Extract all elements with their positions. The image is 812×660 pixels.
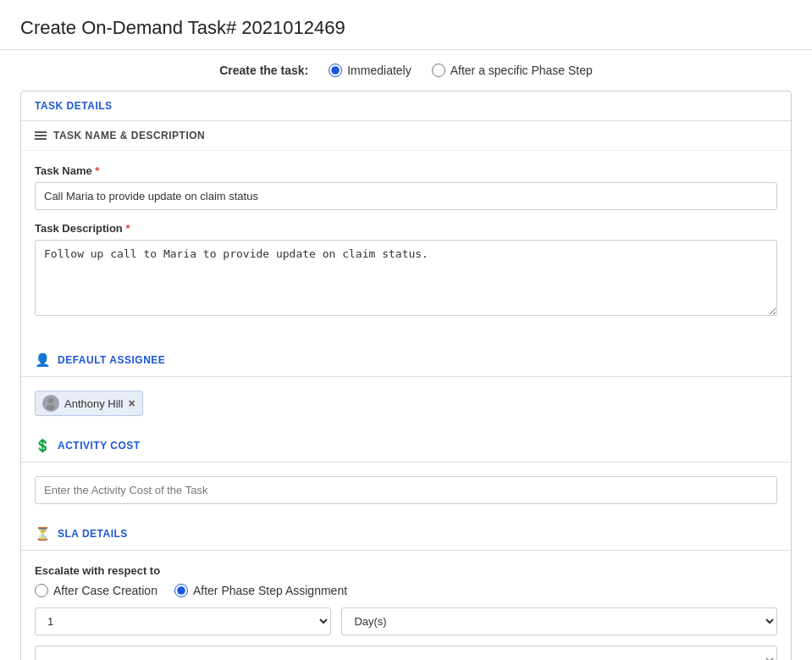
sla-details-title: SLA DETAILS	[58, 528, 128, 540]
form-card: TASK DETAILS TASK NAME & DESCRIPTION Tas…	[20, 91, 792, 660]
person-icon: 👤	[35, 352, 51, 368]
activity-cost-section-header: 💲 ACTIVITY COST	[21, 430, 791, 463]
task-desc-required: *	[123, 222, 130, 235]
task-description-label: Task Description *	[35, 222, 777, 235]
create-task-row: Create the task: Immediately After a spe…	[20, 50, 792, 91]
after-case-radio[interactable]	[35, 584, 48, 597]
escalate-radio-group: After Case Creation After Phase Step Ass…	[35, 584, 777, 597]
sla-number-select[interactable]: 1 2 3 5 10	[35, 607, 331, 635]
sla-unit-select[interactable]: Day(s) Hour(s) Minute(s)	[341, 607, 777, 635]
create-task-label: Create the task:	[219, 64, 308, 77]
chip-remove-button[interactable]: ×	[128, 397, 135, 409]
after-phase-step-label: After Phase Step Assignment	[193, 584, 347, 597]
task-name-desc-body: Task Name * Task Description *	[21, 151, 791, 344]
escalation-action-select[interactable]	[35, 646, 777, 660]
page-header: Create On-Demand Task# 2021012469	[0, 0, 812, 50]
after-phase-step-radio[interactable]	[174, 584, 188, 597]
after-phase-label: After a specific Phase Step	[450, 64, 593, 77]
sla-section-body: Escalate with respect to After Case Crea…	[21, 551, 791, 660]
default-assignee-title: DEFAULT ASSIGNEE	[58, 354, 165, 366]
immediately-label: Immediately	[347, 64, 411, 77]
activity-cost-body	[21, 463, 791, 518]
page-content: Create the task: Immediately After a spe…	[0, 50, 812, 660]
task-description-group: Task Description *	[35, 222, 777, 319]
hamburger-icon	[35, 131, 47, 140]
task-details-section-header: TASK DETAILS	[21, 92, 791, 121]
task-name-label: Task Name *	[35, 164, 777, 177]
money-icon: 💲	[35, 438, 51, 453]
escalate-label: Escalate with respect to	[35, 564, 777, 577]
default-assignee-section-header: 👤 DEFAULT ASSIGNEE	[21, 344, 791, 377]
task-name-input[interactable]	[35, 182, 777, 210]
task-description-input[interactable]	[35, 240, 777, 316]
page-container: Create On-Demand Task# 2021012469 Create…	[0, 0, 812, 660]
sla-duration-row: 1 2 3 5 10 Day(s) Hour(s) Minute(s)	[35, 607, 777, 635]
avatar	[42, 395, 59, 412]
clock-icon: ⏳	[35, 526, 51, 541]
immediately-radio[interactable]	[329, 64, 342, 77]
assignee-name: Anthony Hill	[64, 397, 123, 410]
task-name-required: *	[92, 164, 100, 177]
after-phase-radio[interactable]	[432, 64, 445, 77]
task-name-desc-title: TASK NAME & DESCRIPTION	[53, 130, 205, 141]
assignee-body: Anthony Hill ×	[21, 377, 791, 430]
task-name-desc-subsection-header: TASK NAME & DESCRIPTION	[21, 121, 791, 151]
assignee-chip: Anthony Hill ×	[35, 391, 143, 416]
after-phase-option[interactable]: After a specific Phase Step	[432, 64, 593, 77]
activity-cost-input[interactable]	[35, 476, 777, 504]
svg-point-1	[47, 405, 55, 410]
after-case-label: After Case Creation	[53, 584, 157, 597]
task-details-title: TASK DETAILS	[35, 100, 113, 112]
activity-cost-title: ACTIVITY COST	[58, 440, 141, 452]
page-title: Create On-Demand Task# 2021012469	[20, 17, 792, 39]
svg-point-0	[48, 398, 53, 403]
sla-details-section-header: ⏳ SLA DETAILS	[21, 518, 791, 551]
immediately-option[interactable]: Immediately	[329, 64, 411, 77]
after-phase-step-option[interactable]: After Phase Step Assignment	[174, 584, 347, 597]
task-name-group: Task Name *	[35, 164, 777, 210]
after-case-option[interactable]: After Case Creation	[35, 584, 157, 597]
